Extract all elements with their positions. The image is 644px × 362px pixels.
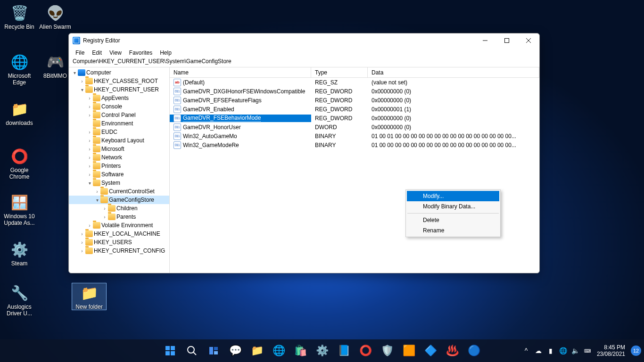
tree-node[interactable]: › Software [69,170,169,179]
tree-node[interactable]: › Keyboard Layout [69,136,169,145]
tree-node[interactable]: › Parents [69,213,169,221]
tree-twisty-icon[interactable]: › [102,206,107,211]
column-header-name[interactable]: Name [170,67,311,77]
start-button[interactable] [161,341,180,360]
tree-twisty-icon[interactable]: › [87,104,92,109]
tree-twisty-icon[interactable]: › [79,248,85,254]
tree-twisty-icon[interactable]: › [87,95,92,101]
tree-node[interactable]: › HKEY_LOCAL_MACHINE [69,230,169,238]
tree-node[interactable]: › Volatile Environment [69,221,169,230]
column-header-type[interactable]: Type [311,67,368,77]
list-row[interactable]: GameDVR_EFSEFeatureFlags REG_DWORD 0x000… [170,96,539,105]
notifications-badge[interactable]: 12 [631,346,641,356]
tree-twisty-icon[interactable] [87,121,92,126]
file-explorer-icon[interactable]: 📁 [248,341,266,360]
desktop-icon[interactable]: 🎮 8BitMMO [38,52,73,79]
context-menu-item[interactable]: Modify Binary Data... [407,201,499,212]
desktop-icon[interactable]: ⭕ Google Chrome [2,146,37,180]
desktop-icon[interactable]: 📁 New folder [72,283,107,310]
tree-node[interactable]: Environment [69,119,169,128]
volume-icon[interactable]: 🔈 [571,347,579,354]
value-list[interactable]: Name Type Data (Default) REG_SZ (value n… [170,67,539,273]
list-row[interactable]: GameDVR_FSEBehaviorMode REG_DWORD 0x0000… [170,114,539,123]
tree-twisty-icon[interactable]: › [79,239,85,245]
tree-twisty-icon[interactable]: › [87,146,92,152]
tree-twisty-icon[interactable]: ▾ [72,70,77,75]
chat-icon[interactable]: 💬 [226,341,245,360]
chrome-icon[interactable]: ⭕ [356,341,375,360]
tree-node[interactable]: › CurrentControlSet [69,187,169,196]
desktop-icon[interactable]: 🌐 Microsoft Edge [2,52,37,86]
list-row[interactable]: GameDVR_Enabled REG_DWORD 0x00000001 (1) [170,105,539,114]
steam-icon[interactable]: ♨️ [443,341,462,360]
minimize-button[interactable] [474,33,496,48]
tree-twisty-icon[interactable]: ▾ [94,197,100,203]
context-menu-item[interactable]: Delete [407,215,499,225]
tree-twisty-icon[interactable]: › [87,155,92,160]
menu-item[interactable]: Edit [88,49,106,57]
store-icon[interactable]: 🛍️ [291,341,310,360]
tree-node[interactable]: › HKEY_CURRENT_CONFIG [69,247,169,255]
tree-node[interactable]: › Console [69,102,169,111]
tree-twisty-icon[interactable]: › [94,189,100,194]
security-icon[interactable]: 🛡️ [378,341,396,360]
desktop-icon[interactable]: 🪟 Windows 10 Update As... [2,192,37,226]
address-bar[interactable]: Computer\HKEY_CURRENT_USER\System\GameCo… [69,58,539,67]
tree-node[interactable]: › Network [69,153,169,162]
tree-node[interactable]: ▾ GameConfigStore [69,196,169,204]
tree-node[interactable]: › Microsoft [69,145,169,153]
registry-tree[interactable]: ▾ Computer› HKEY_CLASSES_ROOT▾ HKEY_CURR… [69,67,170,273]
tree-twisty-icon[interactable]: › [87,222,92,228]
tree-twisty-icon[interactable]: › [87,112,92,118]
menu-item[interactable]: Help [156,49,175,57]
column-header-data[interactable]: Data [368,67,539,77]
app-icon-2[interactable]: 🔷 [421,341,440,360]
context-menu-item[interactable]: Modify... [407,191,499,201]
menu-item[interactable]: Favorites [125,49,156,57]
tree-twisty-icon[interactable]: › [87,129,92,135]
word-icon[interactable]: 📘 [334,341,353,360]
tree-node[interactable]: › Control Panel [69,111,169,119]
list-row[interactable]: (Default) REG_SZ (value not set) [170,78,539,87]
list-row[interactable]: GameDVR_DXGIHonorFSEWindowsCompatible RE… [170,87,539,96]
menu-item[interactable]: View [106,49,125,57]
tree-node[interactable]: › Printers [69,162,169,170]
menu-item[interactable]: File [72,49,88,57]
tree-twisty-icon[interactable]: › [79,231,85,237]
desktop-icon[interactable]: 🗑️ Recycle Bin [2,3,37,30]
clock[interactable]: 8:45 PM 23/08/2021 [595,344,627,357]
desktop-icon[interactable]: 🔧 Auslogics Driver U... [2,283,37,317]
desktop-icon[interactable]: ⚙️ Steam [2,239,37,267]
tree-twisty-icon[interactable]: › [87,163,92,169]
desktop-icon[interactable]: 👽 Alien Swarm [38,3,73,30]
tree-node[interactable]: ▾ HKEY_CURRENT_USER [69,85,169,94]
tree-twisty-icon[interactable]: › [87,172,92,177]
app-icon-3[interactable]: 🔵 [464,341,483,360]
list-row[interactable]: GameDVR_HonorUser DWORD 0x00000000 (0) [170,123,539,132]
language-icon[interactable]: ⌨ [584,348,591,354]
tray-chevron-icon[interactable]: ^ [522,347,530,354]
network-icon[interactable]: 🌐 [559,347,567,354]
tree-twisty-icon[interactable]: ▾ [79,87,85,92]
tree-node[interactable]: ▾ Computer [69,68,169,77]
desktop-icon[interactable]: 📁 downloads [2,99,37,126]
tree-twisty-icon[interactable]: › [79,78,85,84]
task-view-icon[interactable] [204,341,223,360]
list-row[interactable]: Win32_GameModeRe BINARY 01 00 00 00 00 0… [170,140,539,149]
edge-icon[interactable]: 🌐 [269,341,288,360]
titlebar[interactable]: Registry Editor [69,33,539,48]
context-menu-item[interactable]: Rename [407,225,499,236]
settings-icon[interactable]: ⚙️ [313,341,331,360]
tree-node[interactable]: › AppEvents [69,94,169,102]
battery-icon[interactable]: ▮ [547,347,554,354]
tree-twisty-icon[interactable]: › [102,214,107,220]
tree-node[interactable]: › Children [69,204,169,213]
tree-node[interactable]: › HKEY_USERS [69,238,169,247]
app-icon-1[interactable]: 🟧 [399,341,418,360]
maximize-button[interactable] [496,33,518,48]
tree-node[interactable]: › HKEY_CLASSES_ROOT [69,77,169,85]
tree-twisty-icon[interactable]: › [87,138,92,143]
list-row[interactable]: Win32_AutoGameMo BINARY 01 00 01 00 00 0… [170,132,539,140]
close-button[interactable] [518,33,539,48]
tree-node[interactable]: › EUDC [69,128,169,136]
